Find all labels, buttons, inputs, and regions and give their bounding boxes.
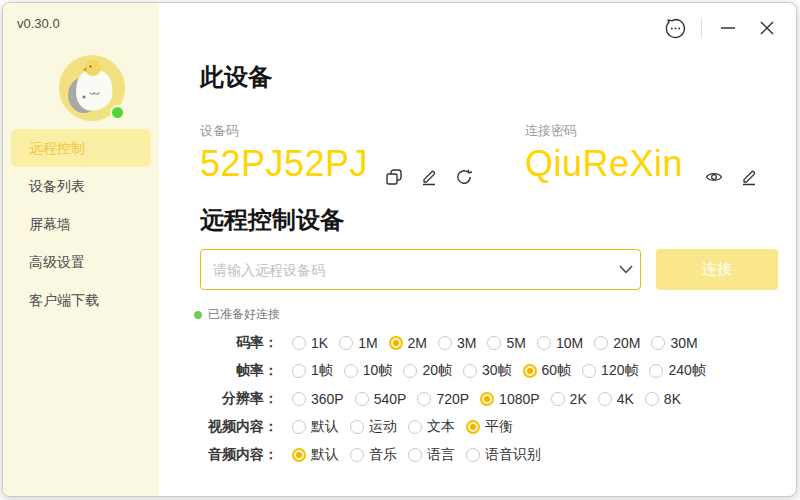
radio-option-label: 5M: [506, 335, 525, 351]
setting-row: 帧率：1帧10帧20帧30帧60帧120帧240帧: [200, 357, 717, 385]
radio-option[interactable]: 540P: [355, 391, 407, 407]
minimize-button[interactable]: [715, 15, 741, 41]
radio-option-label: 540P: [374, 391, 407, 407]
radio-option-label: 默认: [311, 418, 339, 436]
radio-option[interactable]: 音乐: [350, 446, 397, 464]
copy-icon[interactable]: [384, 167, 404, 187]
radio-option[interactable]: 10帧: [344, 362, 393, 380]
radio-option[interactable]: 8K: [645, 391, 681, 407]
radio-icon[interactable]: [292, 336, 306, 350]
radio-icon[interactable]: [651, 336, 665, 350]
password-actions: [704, 167, 759, 187]
radio-option[interactable]: 2M: [389, 335, 427, 351]
close-button[interactable]: [754, 15, 780, 41]
radio-icon[interactable]: [408, 448, 422, 462]
edit-icon[interactable]: [739, 167, 759, 187]
radio-icon[interactable]: [649, 364, 663, 378]
sidebar-item[interactable]: 屏幕墙: [3, 205, 159, 243]
radio-icon[interactable]: [292, 420, 306, 434]
chevron-down-icon[interactable]: [612, 265, 640, 274]
radio-option[interactable]: 语音识别: [466, 446, 541, 464]
radio-option[interactable]: 4K: [598, 391, 634, 407]
radio-icon[interactable]: [403, 364, 417, 378]
radio-option[interactable]: 20M: [594, 335, 640, 351]
eye-icon[interactable]: [704, 167, 724, 187]
radio-option[interactable]: 240帧: [649, 362, 705, 380]
radio-option[interactable]: 文本: [408, 418, 455, 436]
radio-icon[interactable]: [466, 420, 480, 434]
radio-option[interactable]: 20帧: [403, 362, 452, 380]
radio-icon[interactable]: [355, 392, 369, 406]
radio-icon[interactable]: [350, 420, 364, 434]
radio-option[interactable]: 120帧: [582, 362, 638, 380]
radio-option-label: 60帧: [542, 362, 572, 380]
radio-option-label: 2M: [408, 335, 427, 351]
setting-row-label: 音频内容：: [200, 446, 278, 464]
radio-icon[interactable]: [292, 448, 306, 462]
edit-icon[interactable]: [419, 167, 439, 187]
radio-icon[interactable]: [480, 392, 494, 406]
radio-option[interactable]: 30M: [651, 335, 697, 351]
radio-option[interactable]: 2K: [551, 391, 587, 407]
sidebar-item[interactable]: 设备列表: [3, 167, 159, 205]
radio-icon[interactable]: [350, 448, 364, 462]
radio-option[interactable]: 30帧: [463, 362, 512, 380]
radio-option[interactable]: 360P: [292, 391, 344, 407]
sidebar-item[interactable]: 远程控制: [11, 129, 151, 167]
connect-button[interactable]: 连接: [656, 249, 778, 290]
radio-group: 1帧10帧20帧30帧60帧120帧240帧: [292, 362, 717, 380]
radio-option[interactable]: 运动: [350, 418, 397, 436]
radio-option-label: 20帧: [422, 362, 452, 380]
sidebar-item[interactable]: 高级设置: [3, 243, 159, 281]
radio-option[interactable]: 默认: [292, 446, 339, 464]
radio-option[interactable]: 720P: [417, 391, 469, 407]
radio-option[interactable]: 1080P: [480, 391, 539, 407]
radio-option-label: 语音识别: [485, 446, 541, 464]
radio-icon[interactable]: [389, 336, 403, 350]
titlebar-divider: [701, 18, 702, 38]
radio-option[interactable]: 语言: [408, 446, 455, 464]
connection-status: 已准备好连接: [194, 306, 280, 323]
radio-icon[interactable]: [292, 392, 306, 406]
radio-option[interactable]: 10M: [537, 335, 583, 351]
radio-icon[interactable]: [537, 336, 551, 350]
radio-option[interactable]: 平衡: [466, 418, 513, 436]
radio-option-label: 1080P: [499, 391, 539, 407]
radio-option-label: 360P: [311, 391, 344, 407]
radio-option-label: 4K: [617, 391, 634, 407]
radio-group: 默认音乐语言语音识别: [292, 446, 552, 464]
radio-option[interactable]: 1M: [339, 335, 377, 351]
feedback-icon[interactable]: [662, 15, 688, 41]
radio-option[interactable]: 3M: [438, 335, 476, 351]
radio-icon[interactable]: [339, 336, 353, 350]
radio-icon[interactable]: [344, 364, 358, 378]
radio-icon[interactable]: [408, 420, 422, 434]
radio-icon[interactable]: [292, 364, 306, 378]
refresh-icon[interactable]: [454, 167, 474, 187]
avatar[interactable]: [57, 53, 127, 123]
radio-icon[interactable]: [417, 392, 431, 406]
app-version: v0.30.0: [17, 16, 60, 31]
radio-icon[interactable]: [523, 364, 537, 378]
radio-icon[interactable]: [645, 392, 659, 406]
sidebar: v0.30.0 远程控制设备列表屏幕墙高级设置客户端下载: [3, 3, 159, 496]
radio-option[interactable]: 5M: [487, 335, 525, 351]
radio-icon[interactable]: [463, 364, 477, 378]
radio-option-label: 文本: [427, 418, 455, 436]
radio-option[interactable]: 1K: [292, 335, 328, 351]
remote-device-code-input[interactable]: [201, 250, 612, 289]
radio-icon[interactable]: [438, 336, 452, 350]
radio-icon[interactable]: [551, 392, 565, 406]
setting-row: 音频内容：默认音乐语言语音识别: [200, 441, 717, 469]
status-green-dot: [194, 311, 202, 319]
setting-row: 码率：1K1M2M3M5M10M20M30M: [200, 329, 717, 357]
radio-option[interactable]: 默认: [292, 418, 339, 436]
radio-icon[interactable]: [487, 336, 501, 350]
radio-icon[interactable]: [466, 448, 480, 462]
radio-option[interactable]: 60帧: [523, 362, 572, 380]
radio-option[interactable]: 1帧: [292, 362, 333, 380]
radio-icon[interactable]: [594, 336, 608, 350]
sidebar-item[interactable]: 客户端下载: [3, 281, 159, 319]
radio-icon[interactable]: [598, 392, 612, 406]
radio-icon[interactable]: [582, 364, 596, 378]
